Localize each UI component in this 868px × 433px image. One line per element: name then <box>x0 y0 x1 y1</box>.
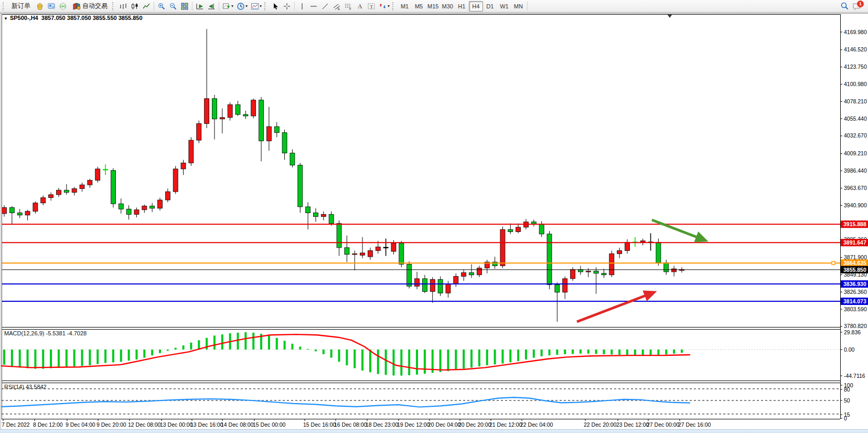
red-up-arrow <box>577 292 654 322</box>
bar-chart-icon <box>119 2 127 10</box>
tf-m30-button[interactable]: M30 <box>440 1 454 12</box>
toolbar-separator <box>219 2 219 10</box>
green-down-arrow <box>652 220 705 240</box>
tf-w1-button[interactable]: W1 <box>497 1 511 12</box>
toolbar-separator <box>527 2 528 10</box>
signals-button[interactable] <box>57 1 69 12</box>
chart-window: 4169.9804146.5204123.7504100.9804078.210… <box>0 13 868 429</box>
periods-button[interactable]: ▾ <box>235 1 249 12</box>
price-axis[interactable] <box>840 14 868 419</box>
toolbar-grip[interactable] <box>3 2 6 10</box>
signals-icon <box>59 2 67 10</box>
arrows-icon <box>379 2 387 10</box>
toolbar-grip[interactable] <box>392 2 395 10</box>
line-chart-icon <box>142 2 151 10</box>
auto-scroll-icon <box>196 2 204 10</box>
market-watch-button[interactable] <box>46 1 57 12</box>
periods-icon <box>237 2 245 10</box>
market-watch-icon <box>47 2 56 10</box>
tf-d1-button[interactable]: D1 <box>483 1 497 12</box>
chevron-down-icon: ▾ <box>231 4 233 8</box>
chevron-down-icon: ▾ <box>245 4 248 8</box>
auto-trading-button[interactable]: 自动交易 <box>69 1 111 12</box>
horizontal-line-icon <box>309 2 318 10</box>
macd-values: -5.5381 -4.7028 <box>46 330 87 336</box>
tf-m5-button[interactable]: M5 <box>412 1 426 12</box>
notification-badge: 1 <box>857 1 864 7</box>
tile-windows-button[interactable] <box>179 1 190 12</box>
notifications-button[interactable]: 1 <box>851 1 863 12</box>
search-icon <box>840 2 849 10</box>
crosshair-button[interactable] <box>281 1 293 12</box>
chart-menu-icon[interactable]: ▼ <box>4 16 8 21</box>
templates-icon <box>251 2 259 10</box>
chart-symbol-period: SP500-,H4 <box>10 15 38 21</box>
tile-windows-icon <box>180 2 189 10</box>
text-label-button[interactable]: T <box>366 1 377 12</box>
tf-mn-button[interactable]: MN <box>511 1 526 12</box>
text-button[interactable]: A <box>354 1 366 12</box>
svg-text:T: T <box>370 4 373 9</box>
svg-text:F: F <box>349 7 351 10</box>
toolbar-grip[interactable] <box>112 2 115 10</box>
macd-indicator-label: MACD(12,26,9) -5.5381 -4.7028 <box>4 330 87 336</box>
bar-chart-button[interactable] <box>117 1 129 12</box>
fibonacci-icon: F <box>344 2 352 10</box>
templates-button[interactable]: ▾ <box>249 1 263 12</box>
equidistant-channel-icon: E <box>333 2 341 10</box>
cursor-button[interactable] <box>270 1 281 12</box>
zoom-in-button[interactable] <box>156 1 167 12</box>
cursor-icon <box>271 2 280 10</box>
auto-trading-label: 自动交易 <box>82 2 108 10</box>
vertical-line-button[interactable] <box>296 1 308 12</box>
zoom-out-icon <box>169 2 177 10</box>
chart-ohlc: 3857.050 3857.050 3855.550 3855.850 <box>41 15 143 21</box>
toolbar: 新订单 自动交易 ▾ ▾ ▾ <box>0 0 868 13</box>
tf-h1-button[interactable]: H1 <box>455 1 469 12</box>
chart-title: ▼SP500-,H4 3857.050 3857.050 3855.550 38… <box>4 15 143 21</box>
toolbar-separator <box>154 2 154 10</box>
crosshair-icon <box>283 2 291 10</box>
text-label-icon: T <box>367 2 376 10</box>
rsi-name: RSI(14) <box>4 384 24 390</box>
candlestick-chart-icon <box>131 2 139 10</box>
macd-name: MACD(12,26,9) <box>4 330 44 336</box>
chevron-down-icon: ▾ <box>388 4 390 8</box>
trendline-button[interactable] <box>319 1 331 12</box>
profiles-icon <box>36 2 44 10</box>
chart-shift-icon <box>207 2 216 10</box>
svg-text:E: E <box>338 7 340 10</box>
horizontal-line-button[interactable] <box>308 1 319 12</box>
add-indicator-button[interactable]: ▾ <box>221 1 235 12</box>
search-button[interactable] <box>839 1 851 12</box>
svg-text:A: A <box>358 3 362 10</box>
line-chart-button[interactable] <box>141 1 152 12</box>
tf-m15-button[interactable]: M15 <box>426 1 440 12</box>
chart-canvas[interactable]: 4169.9804146.5204123.7504100.9804078.210… <box>0 13 868 429</box>
vertical-line-icon <box>298 2 306 10</box>
new-order-button[interactable]: 新订单 <box>8 1 34 12</box>
arrows-button[interactable]: ▾ <box>377 1 391 12</box>
toolbar-grip[interactable] <box>264 2 267 10</box>
toolbar-separator <box>192 2 192 10</box>
terminal-panel-edge[interactable] <box>0 429 868 433</box>
rsi-value: 43.5842 <box>26 384 47 390</box>
fibonacci-button[interactable]: F <box>342 1 354 12</box>
rsi-indicator-label: RSI(14) 43.5842 <box>4 384 47 390</box>
zoom-in-icon <box>157 2 166 10</box>
profiles-button[interactable] <box>34 1 46 12</box>
chart-shift-button[interactable] <box>206 1 217 12</box>
zoom-out-button[interactable] <box>167 1 179 12</box>
auto-scroll-button[interactable] <box>194 1 206 12</box>
candlestick-chart-button[interactable] <box>129 1 141 12</box>
text-icon: A <box>356 2 364 10</box>
notifications-icon: 1 <box>852 2 862 10</box>
tf-h4-button[interactable]: H4 <box>469 1 483 12</box>
tf-m1-button[interactable]: M1 <box>398 1 412 12</box>
trendline-icon <box>321 2 329 10</box>
chevron-down-icon: ▾ <box>260 4 262 8</box>
add-indicator-icon <box>222 2 231 10</box>
auto-trading-icon <box>72 2 81 10</box>
equidistant-channel-button[interactable]: E <box>331 1 342 12</box>
time-axis[interactable] <box>0 419 840 429</box>
